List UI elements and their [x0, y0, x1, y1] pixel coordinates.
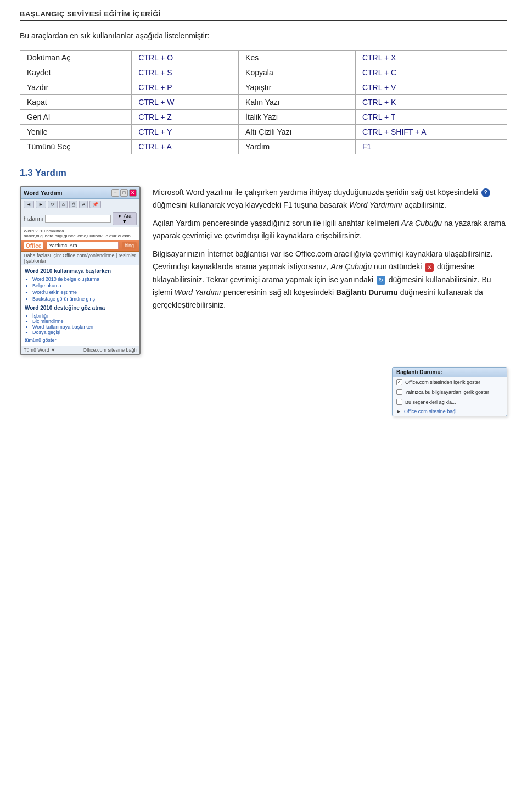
keys-cell: CTRL + Y: [132, 125, 239, 140]
wh-list2: İşbirliğiBiçimlendirmeWord kullanmaya ba…: [25, 313, 136, 335]
list-item: Backstage görünümüne giriş: [32, 296, 136, 302]
list-item: İşbirliği: [32, 313, 136, 319]
help-icon: ?: [481, 188, 490, 197]
keys-cell: CTRL + O: [132, 51, 239, 65]
refresh-button[interactable]: ⟳: [48, 201, 58, 208]
wh-title-buttons: − □ ✕: [111, 189, 137, 197]
bp-item-label: Office.com sitesinden içerik göster: [405, 380, 480, 385]
list-item: Biçimlendirme: [32, 319, 136, 324]
action2-cell: Kopyala: [239, 65, 356, 80]
keys-cell: CTRL + P: [132, 80, 239, 95]
wh-search-bar: hızlarını ► Ara ▼: [21, 210, 139, 227]
keys-cell: CTRL + A: [132, 140, 239, 154]
search-input[interactable]: [45, 215, 111, 223]
pinned-button[interactable]: 📌: [89, 201, 101, 208]
bp-header: Bağlantı Durumu:: [393, 368, 507, 377]
table-row: Geri Al CTRL + Z İtalik Yazı CTRL + T: [20, 110, 507, 125]
bp-checkbox[interactable]: ✓: [396, 379, 402, 385]
wh-toolbar: ◄ ► ⟳ ⌂ ⎙ A 📌: [21, 199, 139, 210]
paragraph-2: Açılan Yardım penceresinde yaşadığınız s…: [153, 217, 507, 242]
bp-item-label: Yalnızca bu bilgisayardan içerik göster: [405, 390, 489, 395]
bp-last-item[interactable]: ► Office.com sitesine bağlı: [393, 407, 507, 416]
footer-right: Office.com sitesine bağlı: [83, 347, 137, 353]
wh-breadcrumb: Word 2010 hakkında haber,bilgi,hata,bilg…: [21, 227, 139, 240]
table-row: Yazdır CTRL + P Yapıştır CTRL + V: [20, 80, 507, 95]
action-cell: Doküman Aç: [20, 51, 132, 65]
table-row: Tümünü Seç CTRL + A Yardım F1: [20, 140, 507, 154]
keys2-cell: CTRL + C: [355, 65, 507, 80]
bp-arrow-icon: ►: [396, 409, 401, 414]
bp-item: Bu seçenekleri açıkla...: [393, 397, 507, 407]
home-button[interactable]: ⌂: [59, 201, 68, 208]
list-item: Word 2010 ile belge oluşturma: [32, 276, 136, 282]
show-all-link[interactable]: tümünü göster: [25, 337, 136, 343]
action-cell: Yenile: [20, 125, 132, 140]
table-row: Yenile CTRL + Y Altı Çizili Yazı CTRL + …: [20, 125, 507, 140]
action-cell: Geri Al: [20, 110, 132, 125]
wh-body: Word 2010 kullanmaya başlarken Word 2010…: [21, 265, 139, 346]
bp-checkbox[interactable]: [396, 399, 402, 405]
forward-button[interactable]: ►: [36, 201, 46, 208]
keys-cell: CTRL + S: [132, 65, 239, 80]
table-row: Doküman Aç CTRL + O Kes CTRL + X: [20, 51, 507, 65]
intro-text: Bu araçlardan en sık kullanılanlar aşağı…: [20, 31, 507, 40]
keys2-cell: CTRL + K: [355, 95, 507, 110]
wh-list1: Word 2010 ile belge oluşturmaBelge okuma…: [25, 276, 136, 302]
bp-item: Yalnızca bu bilgisayardan içerik göster: [393, 387, 507, 397]
footer-left: Tümü Word ▼: [24, 347, 55, 353]
list-item: Word'ü etkinleştirme: [32, 290, 136, 295]
bing-logo: bing: [122, 242, 137, 249]
table-row: Kaydet CTRL + S Kopyala CTRL + C: [20, 65, 507, 80]
bp-last-label: Office.com sitesine bağlı: [404, 409, 458, 414]
bp-item-label: Bu seçenekleri açıkla...: [405, 399, 456, 405]
wh-section1-title: Word 2010 kullanmaya başlarken: [25, 268, 136, 274]
action-cell: Yazdır: [20, 80, 132, 95]
page-header: BAŞLANGIÇ SEVİYESİ EĞİTİM İÇERİĞİ: [20, 10, 507, 21]
action2-cell: Yardım: [239, 140, 356, 154]
bp-item: ✓Office.com sitesinden içerik göster: [393, 377, 507, 387]
list-item: Belge okuma: [32, 283, 136, 288]
search-label: hızlarını: [24, 216, 43, 222]
action-cell: Tümünü Seç: [20, 140, 132, 154]
back-button[interactable]: ◄: [24, 201, 34, 208]
action2-cell: Altı Çizili Yazı: [239, 125, 356, 140]
keys2-cell: CTRL + X: [355, 51, 507, 65]
wh-links-bar: Daha fazlası için: Office.com/yönlendirm…: [21, 252, 139, 265]
main-text-content: Microsoft Word yazılımı ile çalışırken y…: [153, 186, 507, 317]
wh-office-bar: Office Yardımcı Ara bing: [21, 240, 139, 252]
section-content: Word Yardımı − □ ✕ ◄ ► ⟳ ⌂ ⎙ A 📌 hızları…: [20, 186, 507, 363]
action-cell: Kapat: [20, 95, 132, 110]
list-item: Dosya geçişi: [32, 330, 136, 335]
action2-cell: Yapıştır: [239, 80, 356, 95]
wh-title-text: Word Yardımı: [24, 190, 63, 196]
search-button[interactable]: ► Ara ▼: [113, 212, 137, 225]
table-row: Kapat CTRL + W Kalın Yazı CTRL + K: [20, 95, 507, 110]
print-button[interactable]: ⎙: [69, 201, 77, 208]
minimize-button[interactable]: −: [111, 189, 119, 197]
action-cell: Kaydet: [20, 65, 132, 80]
bing-search-input[interactable]: Yardımcı Ara: [47, 242, 119, 249]
section-13-title: 1.3 Yardım: [20, 168, 507, 179]
close-x-icon: ✕: [425, 263, 434, 272]
keys-cell: CTRL + W: [132, 95, 239, 110]
bp-items: ✓Office.com sitesinden içerik gösterYaln…: [393, 377, 507, 407]
bp-checkbox[interactable]: [396, 389, 402, 395]
close-button[interactable]: ✕: [129, 189, 137, 197]
action2-cell: Kes: [239, 51, 356, 65]
keys2-cell: CTRL + V: [355, 80, 507, 95]
keys2-cell: F1: [355, 140, 507, 154]
shortcut-table: Doküman Aç CTRL + O Kes CTRL + X Kaydet …: [20, 50, 507, 154]
office-logo: Office: [24, 242, 43, 249]
paragraph-3: Bilgisayarınızın İnternet bağlantısı var…: [153, 248, 507, 311]
refresh-cycle-icon: ↻: [377, 276, 385, 285]
font-button[interactable]: A: [79, 201, 88, 208]
baglanti-popup-container: Bağlantı Durumu: ✓Office.com sitesinden …: [20, 367, 507, 416]
maximize-button[interactable]: □: [120, 189, 128, 197]
keys2-cell: CTRL + SHIFT + A: [355, 125, 507, 140]
word-help-window: Word Yardımı − □ ✕ ◄ ► ⟳ ⌂ ⎙ A 📌 hızları…: [20, 186, 141, 355]
keys-cell: CTRL + Z: [132, 110, 239, 125]
wh-section2-title: Word 2010 desteğine göz atma: [25, 305, 136, 311]
list-item: Word kullanmaya başlarken: [32, 324, 136, 330]
paragraph-1: Microsoft Word yazılımı ile çalışırken y…: [153, 186, 507, 212]
action2-cell: İtalik Yazı: [239, 110, 356, 125]
